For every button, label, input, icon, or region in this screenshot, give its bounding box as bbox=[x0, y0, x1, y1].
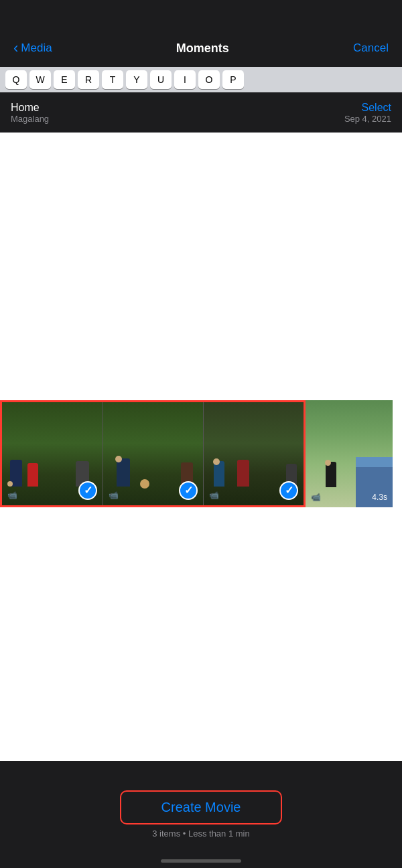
main-content: 📹 ✓ 📹 ✓ bbox=[0, 133, 402, 507]
video-icon-3: 📹 bbox=[209, 491, 219, 500]
key-t[interactable]: T bbox=[102, 70, 123, 89]
key-u[interactable]: U bbox=[150, 70, 172, 89]
check-badge-3: ✓ bbox=[279, 481, 298, 500]
key-w[interactable]: W bbox=[29, 70, 51, 89]
bottom-bar: Create Movie 3 items • Less than 1 min bbox=[0, 761, 402, 868]
duration-label-4: 4.3s bbox=[372, 493, 387, 502]
key-r[interactable]: R bbox=[78, 70, 99, 89]
back-button[interactable]: ‹ Media bbox=[13, 39, 52, 57]
thumbnail-1[interactable]: 📹 ✓ bbox=[2, 402, 103, 505]
keyboard-hint: Q W E R T Y U I O P bbox=[0, 67, 402, 92]
section-header: Home Magalang Select Sep 4, 2021 bbox=[0, 92, 402, 133]
section-info: Home Magalang bbox=[11, 102, 49, 124]
video-icon-1: 📹 bbox=[7, 491, 17, 500]
thumbnail-3[interactable]: 📹 ✓ bbox=[203, 402, 304, 505]
key-e[interactable]: E bbox=[54, 70, 75, 89]
section-title: Home bbox=[11, 102, 49, 114]
thumbnail-2[interactable]: 📹 ✓ bbox=[103, 402, 203, 505]
key-o[interactable]: O bbox=[198, 70, 220, 89]
section-date: Sep 4, 2021 bbox=[344, 114, 391, 124]
bottom-info: 3 items • Less than 1 min bbox=[152, 829, 249, 839]
video-icon-2: 📹 bbox=[109, 491, 119, 500]
check-badge-1: ✓ bbox=[78, 481, 97, 500]
thumbnails-strip: 📹 ✓ 📹 ✓ bbox=[0, 400, 402, 507]
selected-thumbnails-group: 📹 ✓ 📹 ✓ bbox=[0, 400, 306, 507]
home-indicator bbox=[161, 859, 241, 863]
create-movie-label: Create Movie bbox=[161, 800, 241, 814]
key-y[interactable]: Y bbox=[126, 70, 147, 89]
back-label: Media bbox=[21, 41, 52, 55]
video-icon-4: 📹 bbox=[311, 493, 321, 502]
section-subtitle: Magalang bbox=[11, 114, 49, 124]
thumbnail-4[interactable]: 📹 4.3s bbox=[306, 400, 393, 507]
chevron-left-icon: ‹ bbox=[13, 39, 18, 57]
check-badge-2: ✓ bbox=[179, 481, 198, 500]
key-p[interactable]: P bbox=[222, 70, 244, 89]
key-q[interactable]: Q bbox=[5, 70, 27, 89]
section-meta: Select Sep 4, 2021 bbox=[344, 102, 391, 124]
key-i[interactable]: I bbox=[174, 70, 196, 89]
cancel-button[interactable]: Cancel bbox=[353, 41, 389, 55]
header: ‹ Media Moments Cancel bbox=[0, 0, 402, 67]
page-title: Moments bbox=[176, 41, 229, 56]
select-button[interactable]: Select bbox=[362, 102, 391, 114]
create-movie-button[interactable]: Create Movie bbox=[120, 790, 283, 824]
